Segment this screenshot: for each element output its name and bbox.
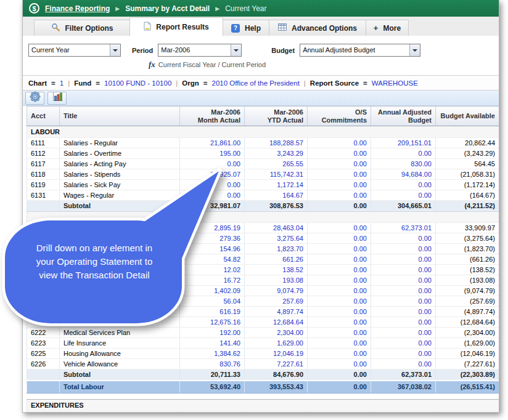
value-cell[interactable]: (4,897.74) xyxy=(436,307,499,317)
value-cell[interactable]: 830.00 xyxy=(371,159,436,169)
value-cell[interactable]: 0.00 xyxy=(371,307,436,317)
value-cell[interactable]: 0.00 xyxy=(308,359,371,370)
value-cell[interactable]: 564.45 xyxy=(436,159,499,169)
value-cell[interactable]: 7,227.61 xyxy=(245,359,308,370)
value-cell[interactable]: 0.00 xyxy=(371,296,436,307)
value-cell[interactable]: 0.00 xyxy=(308,328,371,338)
tab-report-results[interactable]: Report Results xyxy=(129,17,223,36)
value-cell[interactable]: 0.00 xyxy=(308,265,371,275)
value-cell[interactable]: 661.26 xyxy=(245,254,308,265)
value-cell[interactable]: 60.72 xyxy=(180,411,245,413)
budget-select[interactable]: Annual Adjusted Budget xyxy=(300,44,420,57)
value-cell[interactable]: 0.00 xyxy=(371,286,436,296)
chevron-down-icon[interactable] xyxy=(409,44,420,56)
value-cell[interactable]: 0.00 xyxy=(371,254,436,265)
tab-help[interactable]: ? Help xyxy=(223,20,269,36)
column-header-budget-available[interactable]: Budget Available xyxy=(436,107,499,126)
value-cell[interactable]: 195.00 xyxy=(180,148,245,159)
value-cell[interactable]: 0.00 xyxy=(371,317,436,328)
value-cell[interactable]: 193.08 xyxy=(245,275,308,286)
value-cell[interactable]: 138.52 xyxy=(245,265,308,275)
tab-more[interactable]: + More xyxy=(366,20,409,36)
value-cell[interactable]: (661.26) xyxy=(436,254,499,265)
value-cell[interactable]: 3,243.29 xyxy=(245,148,308,159)
tab-advanced-options[interactable]: Advanced Options xyxy=(269,20,366,36)
value-cell[interactable]: 20,862.44 xyxy=(436,138,499,148)
value-cell[interactable]: (666.88) xyxy=(436,411,499,413)
value-cell[interactable]: 0.00 xyxy=(308,233,371,244)
value-cell[interactable]: 12,684.64 xyxy=(245,317,308,328)
column-header-os-commitments[interactable]: O/SCommitments xyxy=(308,107,371,126)
value-cell[interactable]: 0.00 xyxy=(371,190,436,201)
chevron-down-icon[interactable] xyxy=(110,44,120,56)
value-cell[interactable]: 9,074.79 xyxy=(245,286,308,296)
value-cell[interactable]: 0.00 xyxy=(371,359,436,370)
column-header-acct[interactable]: Acct xyxy=(27,107,60,126)
acct-cell[interactable]: 7021 xyxy=(27,411,60,413)
value-cell[interactable]: (12,046.19) xyxy=(436,349,499,359)
value-cell[interactable]: 265.55 xyxy=(245,159,308,169)
value-cell[interactable]: 1,823.70 xyxy=(245,244,308,254)
value-cell[interactable]: 62,373.01 xyxy=(371,223,436,233)
value-cell[interactable]: 257.69 xyxy=(245,296,308,307)
value-cell[interactable]: 0.00 xyxy=(308,159,371,169)
value-cell[interactable]: 0.00 xyxy=(308,138,371,148)
value-cell[interactable]: (21,058.31) xyxy=(436,169,499,180)
value-cell[interactable]: (12,684.64) xyxy=(436,317,499,328)
value-cell[interactable]: 0.00 xyxy=(371,233,436,244)
year-select[interactable]: Current Year xyxy=(28,44,121,57)
value-cell[interactable]: 0.00 xyxy=(371,328,436,338)
value-cell[interactable]: 28,463.04 xyxy=(245,223,308,233)
value-cell[interactable]: 0.00 xyxy=(308,411,371,413)
value-cell[interactable]: 0.00 xyxy=(308,286,371,296)
value-cell[interactable]: 33,909.97 xyxy=(436,223,499,233)
acct-cell[interactable]: 6111 xyxy=(27,138,60,148)
value-cell[interactable]: 0.00 xyxy=(308,244,371,254)
value-cell[interactable]: 666.88 xyxy=(245,411,308,413)
value-cell[interactable]: 0.00 xyxy=(371,338,436,349)
value-cell[interactable]: (3,243.29) xyxy=(436,148,499,159)
value-cell[interactable]: 0.00 xyxy=(308,148,371,159)
context-value[interactable]: 10100 FUND - 10100 xyxy=(104,79,171,87)
value-cell[interactable]: (7,227.61) xyxy=(436,359,499,370)
chart-button[interactable] xyxy=(47,92,67,105)
context-value[interactable]: 1 xyxy=(60,79,63,87)
value-cell[interactable]: 188,288.57 xyxy=(245,138,308,148)
value-cell[interactable]: 0.00 xyxy=(371,411,436,413)
acct-cell[interactable]: 6225 xyxy=(27,349,60,359)
value-cell[interactable]: 0.00 xyxy=(308,307,371,317)
acct-cell[interactable]: 6226 xyxy=(27,359,60,370)
value-cell[interactable]: 0.00 xyxy=(308,169,371,180)
value-cell[interactable]: 4,897.74 xyxy=(245,307,308,317)
value-cell[interactable]: 0.00 xyxy=(308,254,371,265)
tab-filter-options[interactable]: Filter Options xyxy=(34,20,130,36)
value-cell[interactable]: (9,074.79) xyxy=(436,286,499,296)
value-cell[interactable]: 0.00 xyxy=(308,349,371,359)
value-cell[interactable]: (1,823.70) xyxy=(436,244,499,254)
value-cell[interactable]: (1,629.00) xyxy=(436,338,499,349)
value-cell[interactable]: 0.00 xyxy=(308,190,371,201)
value-cell[interactable]: 0.00 xyxy=(371,349,436,359)
value-cell[interactable]: 0.00 xyxy=(371,275,436,286)
value-cell[interactable]: 0.00 xyxy=(371,244,436,254)
value-cell[interactable]: 0.00 xyxy=(308,180,371,190)
value-cell[interactable]: (164.67) xyxy=(436,190,499,201)
value-cell[interactable]: (193.08) xyxy=(436,275,499,286)
context-value[interactable]: 2010 Office of the President xyxy=(212,79,300,87)
acct-cell[interactable]: 6112 xyxy=(27,148,60,159)
context-value[interactable]: WAREHOUSE xyxy=(372,79,418,87)
value-cell[interactable]: (1,172.14) xyxy=(436,180,499,190)
value-cell[interactable]: 0.00 xyxy=(308,317,371,328)
value-cell[interactable]: 21,861.00 xyxy=(180,138,245,148)
value-cell[interactable]: 0.00 xyxy=(308,338,371,349)
value-cell[interactable]: 12,046.19 xyxy=(245,349,308,359)
value-cell[interactable]: 1,172.14 xyxy=(245,180,308,190)
value-cell[interactable]: 0.00 xyxy=(308,275,371,286)
value-cell[interactable]: (138.52) xyxy=(436,265,499,275)
value-cell[interactable]: (257.69) xyxy=(436,296,499,307)
column-header-month-actual[interactable]: Mar-2006Month Actual xyxy=(180,107,245,126)
value-cell[interactable]: 0.00 xyxy=(308,223,371,233)
period-select[interactable]: Mar-2006 xyxy=(158,44,242,57)
value-cell[interactable]: 0.00 xyxy=(371,265,436,275)
value-cell[interactable]: 94,684.00 xyxy=(371,169,436,180)
